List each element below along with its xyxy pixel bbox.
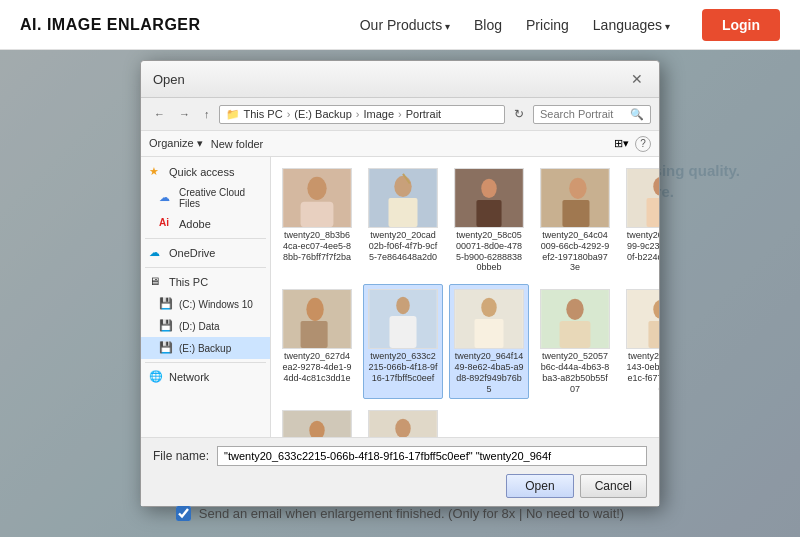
file-label: twenty20_52057b6c-d44a-4b63-8ba3-a82b50b… <box>540 351 610 394</box>
nav-languages[interactable]: Languages <box>593 17 670 33</box>
svg-point-17 <box>306 298 323 321</box>
star-icon: ★ <box>149 165 163 179</box>
navbar-links: Our Products Blog Pricing Languages Logi… <box>360 9 780 41</box>
organize-button[interactable]: Organize ▾ <box>149 137 203 150</box>
cloud-icon: ☁ <box>159 191 173 205</box>
navbar: AI. IMAGE ENLARGER Our Products Blog Pri… <box>0 0 800 50</box>
filename-row: File name: <box>153 446 647 466</box>
help-button[interactable]: ? <box>635 136 651 152</box>
search-icon: 🔍 <box>630 108 644 121</box>
filename-input[interactable] <box>217 446 647 466</box>
dialog-main: ★ Quick access ☁ Creative Cloud Files Ai… <box>141 157 659 437</box>
sidebar-divider-2 <box>145 267 266 268</box>
email-checkbox-area: Send an email when enlargement finished.… <box>0 506 800 521</box>
svg-rect-30 <box>648 321 659 348</box>
dialog-actions: Open Cancel <box>153 474 647 498</box>
dialog-bottom: File name: Open Cancel <box>141 437 659 506</box>
file-item[interactable]: twenty20_64ddaf99-9c23-4c94-8b0f-b224d99… <box>621 163 659 278</box>
sidebar-item-d-drive[interactable]: 💾 (D:) Data <box>141 315 270 337</box>
up-button[interactable]: ↑ <box>199 105 215 123</box>
file-thumbnail <box>368 289 438 349</box>
sidebar-item-e-drive[interactable]: 💾 (E:) Backup <box>141 337 270 359</box>
nav-blog[interactable]: Blog <box>474 17 502 33</box>
file-label: twenty20_964f1449-8e62-4ba5-a9d8-892f949… <box>454 351 524 394</box>
sidebar-item-thispc[interactable]: 🖥 This PC <box>141 271 270 293</box>
file-item[interactable]: twenty20_633c2215-066b-4f18-9f16-17fbff5… <box>363 284 443 399</box>
svg-point-26 <box>566 299 583 320</box>
svg-point-1 <box>307 177 326 200</box>
back-button[interactable]: ← <box>149 105 170 123</box>
dialog-toolbar: ← → ↑ 📁 This PC › (E:) Backup › Image › … <box>141 98 659 131</box>
file-item[interactable] <box>363 405 443 437</box>
dialog-close-button[interactable]: ✕ <box>627 69 647 89</box>
file-thumbnail <box>282 168 352 228</box>
file-label: twenty20_64ddaf99-9c23-4c94-8b0f-b224d99… <box>626 230 659 262</box>
onedrive-icon: ☁ <box>149 246 163 260</box>
file-thumbnail <box>540 168 610 228</box>
drive-icon: 💾 <box>159 297 173 311</box>
sidebar-item-creativecloud[interactable]: ☁ Creative Cloud Files <box>141 183 270 213</box>
sidebar-item-onedrive[interactable]: ☁ OneDrive <box>141 242 270 264</box>
file-thumbnail <box>454 289 524 349</box>
path-portrait[interactable]: Portrait <box>406 108 441 120</box>
nav-products[interactable]: Our Products <box>360 17 450 33</box>
file-item[interactable]: twenty20_64c04009-66cb-4292-9ef2-197180b… <box>535 163 615 278</box>
modal-overlay: Open ✕ ← → ↑ 📁 This PC › (E:) Backup › I… <box>0 50 800 537</box>
svg-point-23 <box>481 298 496 317</box>
file-thumbnail <box>626 168 659 228</box>
network-icon: 🌐 <box>149 370 163 384</box>
file-item[interactable]: twenty20_8b3b64ca-ec07-4ee5-88bb-76bff7f… <box>277 163 357 278</box>
path-backup[interactable]: (E:) Backup <box>294 108 351 120</box>
svg-rect-2 <box>301 202 334 227</box>
refresh-button[interactable]: ↻ <box>509 104 529 124</box>
svg-rect-27 <box>560 321 591 348</box>
open-button[interactable]: Open <box>506 474 573 498</box>
dialog-sidebar: ★ Quick access ☁ Creative Cloud Files Ai… <box>141 157 271 437</box>
svg-rect-24 <box>475 319 504 348</box>
svg-rect-12 <box>562 200 589 227</box>
cancel-button[interactable]: Cancel <box>580 474 647 498</box>
drive-e-icon: 💾 <box>159 341 173 355</box>
file-item[interactable]: twenty20_627d4ea2-9278-4de1-94dd-4c81c3d… <box>277 284 357 399</box>
login-button[interactable]: Login <box>702 9 780 41</box>
search-input[interactable] <box>540 108 630 120</box>
svg-point-11 <box>569 178 586 199</box>
file-item[interactable] <box>277 405 357 437</box>
file-thumbnail <box>626 289 659 349</box>
file-item[interactable]: twenty20_20cad02b-f06f-4f7b-9cf5-7e86464… <box>363 163 443 278</box>
filename-label: File name: <box>153 449 209 463</box>
file-item[interactable]: twenty20_52057b6c-d44a-4b63-8ba3-a82b50b… <box>535 284 615 399</box>
organize-bar: Organize ▾ New folder ⊞▾ ? <box>141 131 659 157</box>
drive-d-icon: 💾 <box>159 319 173 333</box>
path-pc[interactable]: This PC <box>244 108 283 120</box>
sidebar-item-quickaccess[interactable]: ★ Quick access <box>141 161 270 183</box>
sidebar-divider-3 <box>145 362 266 363</box>
file-item[interactable]: twenty20_58c0500071-8d0e-4785-b900-62888… <box>449 163 529 278</box>
file-item[interactable]: twenty20_964f1449-8e62-4ba5-a9d8-892f949… <box>449 284 529 399</box>
svg-rect-15 <box>647 198 660 227</box>
view-toggle-button[interactable]: ⊞▾ <box>610 135 633 152</box>
file-thumbnail <box>368 168 438 228</box>
forward-button[interactable]: → <box>174 105 195 123</box>
file-item[interactable]: twenty20_40247143-0eb4-4ea9-9e1c-f67730f… <box>621 284 659 399</box>
path-image[interactable]: Image <box>363 108 394 120</box>
svg-rect-18 <box>301 321 328 348</box>
new-folder-button[interactable]: New folder <box>211 138 264 150</box>
file-label: twenty20_8b3b64ca-ec07-4ee5-88bb-76bff7f… <box>282 230 352 262</box>
sidebar-divider <box>145 238 266 239</box>
email-checkbox[interactable] <box>176 506 191 521</box>
sidebar-item-adobe[interactable]: Ai Adobe <box>141 213 270 235</box>
dialog-titlebar: Open ✕ <box>141 61 659 98</box>
file-thumbnail <box>540 289 610 349</box>
svg-point-4 <box>394 176 411 197</box>
nav-pricing[interactable]: Pricing <box>526 17 569 33</box>
svg-point-20 <box>396 297 410 314</box>
file-label: twenty20_20cad02b-f06f-4f7b-9cf5-7e86464… <box>368 230 438 262</box>
file-open-dialog: Open ✕ ← → ↑ 📁 This PC › (E:) Backup › I… <box>140 60 660 507</box>
sidebar-item-c-drive[interactable]: 💾 (C:) Windows 10 <box>141 293 270 315</box>
view-buttons: ⊞▾ ? <box>610 135 651 152</box>
sidebar-item-network[interactable]: 🌐 Network <box>141 366 270 388</box>
file-thumbnail <box>282 289 352 349</box>
files-grid: twenty20_8b3b64ca-ec07-4ee5-88bb-76bff7f… <box>277 163 653 437</box>
path-folder-icon: 📁 <box>226 108 240 121</box>
